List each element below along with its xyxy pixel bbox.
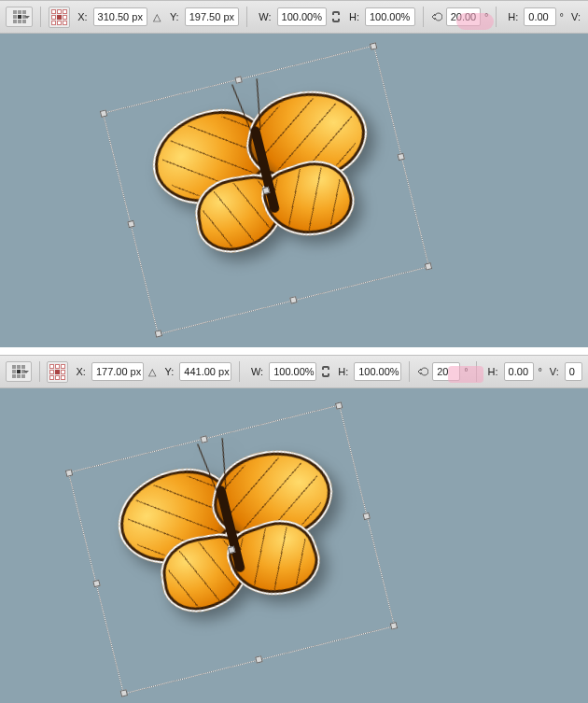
handle-tl[interactable]: [100, 109, 107, 117]
link-aspect-icon[interactable]: [320, 366, 330, 377]
degree-symbol: °: [484, 11, 488, 22]
panel-2: X: 177.00 px △ Y: 441.00 px W: 100.00% H…: [0, 355, 588, 703]
h-input[interactable]: 100.00%: [365, 7, 415, 26]
separator: [40, 7, 41, 27]
y-label: Y:: [165, 366, 175, 377]
separator: [476, 361, 477, 382]
rotate-icon: [417, 366, 428, 377]
degree-symbol: °: [464, 366, 468, 377]
handle-ml[interactable]: [127, 219, 134, 227]
x-input[interactable]: 310.50 px: [93, 7, 148, 26]
rotate-icon: [431, 11, 442, 22]
y-input[interactable]: 197.50 px: [185, 7, 240, 26]
transform-tool-picker[interactable]: [6, 361, 32, 382]
handle-bm[interactable]: [255, 655, 262, 663]
h-label: H:: [349, 11, 359, 22]
degree-symbol: °: [538, 366, 541, 377]
skew-h-input[interactable]: 0.00: [524, 7, 555, 26]
degree-symbol: °: [560, 11, 564, 22]
w-label: W:: [259, 11, 271, 22]
handle-tr[interactable]: [335, 401, 343, 409]
h-label: H:: [338, 366, 348, 377]
separator: [409, 361, 410, 382]
transform-options-bar: X: 310.50 px △ Y: 197.50 px W: 100.00% H…: [0, 0, 588, 34]
panel-1: X: 310.50 px △ Y: 197.50 px W: 100.00% H…: [0, 0, 588, 347]
x-label: X:: [76, 366, 85, 377]
handle-tm[interactable]: [234, 76, 242, 83]
separator: [246, 7, 247, 27]
w-label: W:: [251, 366, 263, 377]
transform-bounding-box[interactable]: [68, 404, 395, 694]
skew-v-label: V:: [571, 11, 581, 22]
canvas-area[interactable]: [0, 34, 588, 347]
separator: [239, 361, 240, 382]
skew-h-label: H:: [508, 11, 518, 22]
x-input[interactable]: 177.00 px: [91, 362, 144, 381]
skew-v-input[interactable]: 0: [565, 362, 582, 381]
handle-tl[interactable]: [65, 469, 73, 476]
handle-center[interactable]: [228, 545, 235, 553]
transform-tool-picker[interactable]: [6, 7, 33, 27]
rotation-input[interactable]: 20: [432, 362, 460, 381]
handle-mr[interactable]: [397, 152, 404, 160]
separator: [496, 7, 497, 27]
h-input[interactable]: 100.00%: [354, 362, 401, 381]
handle-bm[interactable]: [289, 296, 297, 303]
skew-h-input[interactable]: 0.00: [504, 362, 535, 381]
transform-bounding-box[interactable]: [103, 45, 429, 334]
y-input[interactable]: 441.00 px: [179, 362, 231, 381]
w-input[interactable]: 100.00%: [269, 362, 316, 381]
panel-gap: [0, 347, 588, 355]
skew-h-label: H:: [488, 366, 498, 377]
handle-bl[interactable]: [120, 689, 128, 696]
canvas-area[interactable]: [0, 388, 588, 703]
handle-tm[interactable]: [200, 435, 207, 443]
handle-mr[interactable]: [362, 512, 370, 519]
delta-icon[interactable]: △: [151, 11, 162, 22]
delta-icon[interactable]: △: [147, 366, 158, 377]
handle-center[interactable]: [262, 186, 270, 193]
rotation-input[interactable]: 20.00: [446, 7, 481, 26]
skew-v-label: V:: [550, 366, 559, 377]
separator: [423, 7, 424, 27]
handle-br[interactable]: [425, 262, 432, 270]
reference-point-control[interactable]: [47, 361, 68, 383]
w-input[interactable]: 100.00%: [277, 7, 328, 26]
transform-options-bar: X: 177.00 px △ Y: 441.00 px W: 100.00% H…: [0, 355, 588, 388]
x-label: X:: [77, 11, 87, 22]
link-aspect-icon[interactable]: [330, 11, 342, 22]
reference-point-control[interactable]: [49, 7, 70, 28]
handle-tr[interactable]: [370, 42, 377, 49]
handle-br[interactable]: [390, 622, 398, 629]
separator: [39, 361, 40, 382]
y-label: Y:: [170, 11, 179, 22]
handle-bl[interactable]: [155, 330, 162, 337]
handle-ml[interactable]: [92, 579, 100, 586]
